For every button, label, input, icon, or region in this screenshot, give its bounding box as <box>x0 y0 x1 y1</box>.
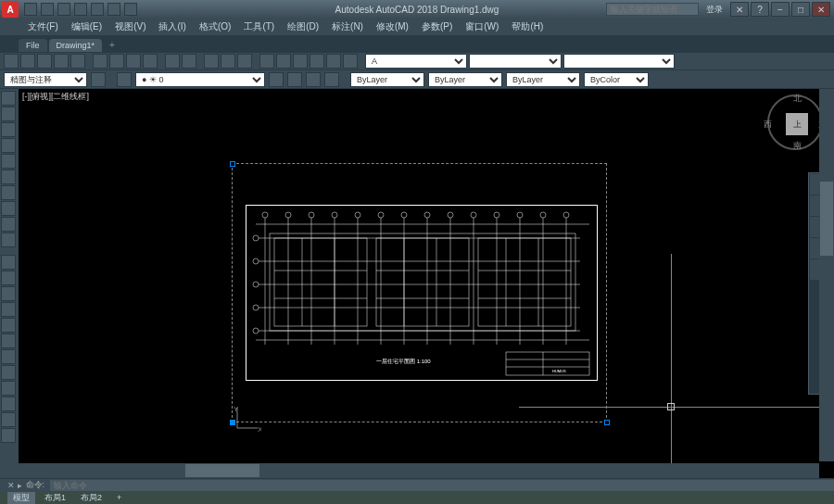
layout-tab-plus[interactable]: + <box>111 493 127 502</box>
tool-pan-icon[interactable] <box>204 54 219 69</box>
modify-offset-icon[interactable] <box>1 412 16 427</box>
horizontal-scrollbar[interactable] <box>19 463 819 478</box>
menu-modify[interactable]: 修改(M) <box>371 19 414 35</box>
modify-explode-icon[interactable] <box>1 428 16 443</box>
tool-quickcalc-icon[interactable] <box>343 54 358 69</box>
viewcube-top-face[interactable]: 上 <box>786 113 808 135</box>
modify-extend-icon[interactable] <box>1 349 16 364</box>
layer-freeze-icon[interactable] <box>324 72 339 87</box>
menu-view[interactable]: 视图(V) <box>109 19 151 35</box>
color-select[interactable]: ByLayer <box>350 72 424 87</box>
layer-select[interactable]: ● ☀ 0 <box>135 72 265 87</box>
menu-parametric[interactable]: 参数(P) <box>416 19 458 35</box>
modify-rotate-icon[interactable] <box>1 286 16 301</box>
textstyle-select[interactable]: A <box>365 54 467 69</box>
login-button[interactable]: 登录 <box>706 4 723 16</box>
command-input[interactable] <box>50 480 834 491</box>
viewport-label[interactable]: [-][俯视][二维线框] <box>22 91 89 103</box>
minimize-button[interactable]: − <box>771 2 790 17</box>
draw-point-icon[interactable] <box>1 217 16 232</box>
tool-plot-icon[interactable] <box>54 54 69 69</box>
plotstyle-select[interactable]: ByColor <box>584 72 649 87</box>
maximize-button[interactable]: □ <box>791 2 810 17</box>
draw-line-icon[interactable] <box>1 91 16 106</box>
draw-hatch-icon[interactable] <box>1 185 16 200</box>
draw-arc-icon[interactable] <box>1 138 16 153</box>
tool-redo-icon[interactable] <box>182 54 196 69</box>
selection-grip[interactable] <box>604 420 610 425</box>
draw-text-icon[interactable] <box>1 201 16 216</box>
draw-circle-icon[interactable] <box>1 122 16 137</box>
layer-isolate-icon[interactable] <box>306 72 321 87</box>
modify-move-icon[interactable] <box>1 255 16 270</box>
menu-dimension[interactable]: 标注(N) <box>326 19 369 35</box>
menu-tools[interactable]: 工具(T) <box>238 19 280 35</box>
tool-copy-icon[interactable] <box>109 54 124 69</box>
modify-mirror-icon[interactable] <box>1 302 16 317</box>
menu-format[interactable]: 格式(O) <box>194 19 236 35</box>
menu-insert[interactable]: 插入(I) <box>153 19 191 35</box>
tool-preview-icon[interactable] <box>70 54 85 69</box>
menu-help[interactable]: 帮助(H) <box>506 19 549 35</box>
qat-new-icon[interactable] <box>24 3 37 16</box>
help-icon[interactable]: ? <box>751 2 769 17</box>
qat-open-icon[interactable] <box>41 3 54 16</box>
modify-erase-icon[interactable] <box>1 397 16 411</box>
layer-previous-icon[interactable] <box>269 72 284 87</box>
qat-saveas-icon[interactable] <box>74 3 87 16</box>
horizontal-scroll-thumb[interactable] <box>185 464 259 477</box>
viewcube-north[interactable]: 北 <box>793 93 802 105</box>
menu-draw[interactable]: 绘图(D) <box>282 19 324 35</box>
qat-plot-icon[interactable] <box>91 3 104 16</box>
tool-cut-icon[interactable] <box>93 54 107 69</box>
close-button[interactable]: ✕ <box>812 2 830 17</box>
tool-properties-icon[interactable] <box>259 54 274 69</box>
file-tab-new-icon[interactable]: + <box>104 38 120 52</box>
lineweight-select[interactable]: ByLayer <box>506 72 580 87</box>
tool-toolpalettes-icon[interactable] <box>293 54 308 69</box>
qat-undo-icon[interactable] <box>107 3 120 16</box>
workspace-gear-icon[interactable] <box>91 72 106 87</box>
menu-file[interactable]: 文件(F) <box>22 19 64 35</box>
vertical-scrollbar[interactable] <box>819 89 834 461</box>
tool-match-icon[interactable] <box>143 54 158 69</box>
modify-scale-icon[interactable] <box>1 318 16 333</box>
tool-markup-icon[interactable] <box>326 54 341 69</box>
layout-tab-model[interactable]: 模型 <box>7 492 35 504</box>
menu-window[interactable]: 窗口(W) <box>460 19 504 35</box>
vertical-scroll-thumb[interactable] <box>820 182 833 256</box>
qat-save-icon[interactable] <box>57 3 70 16</box>
selection-grip[interactable] <box>230 161 235 167</box>
tool-zoomprev-icon[interactable] <box>237 54 252 69</box>
viewcube-compass[interactable]: 北 南 东 西 上 <box>767 94 823 150</box>
workspace-select[interactable]: 精图与注释 <box>4 72 87 87</box>
viewcube[interactable]: 北 南 东 西 上 <box>767 94 823 150</box>
drawing-canvas[interactable]: [-][俯视][二维线框] <box>19 89 834 478</box>
dimstyle-select[interactable] <box>469 54 562 69</box>
tablestyle-select[interactable] <box>563 54 675 69</box>
viewcube-west[interactable]: 西 <box>764 119 772 131</box>
linetype-select[interactable]: ByLayer <box>428 72 502 87</box>
tool-open-icon[interactable] <box>20 54 35 69</box>
layout-tab-1[interactable]: 布局1 <box>39 492 71 504</box>
layer-manager-icon[interactable] <box>117 72 132 87</box>
tool-sheetset-icon[interactable] <box>310 54 324 69</box>
tool-save-icon[interactable] <box>37 54 52 69</box>
modify-copy-icon[interactable] <box>1 271 16 285</box>
modify-trim-icon[interactable] <box>1 334 16 348</box>
modify-fillet-icon[interactable] <box>1 365 16 380</box>
file-tab-drawing1[interactable]: Drawing1* <box>49 39 103 52</box>
draw-rectangle-icon[interactable] <box>1 154 16 169</box>
tool-zoom-icon[interactable] <box>221 54 235 69</box>
infocenter-search-input[interactable] <box>606 3 699 16</box>
tool-designcenter-icon[interactable] <box>276 54 291 69</box>
menu-edit[interactable]: 编辑(E) <box>66 19 107 35</box>
viewcube-south[interactable]: 南 <box>793 140 802 152</box>
exchange-apps-icon[interactable]: ✕ <box>730 2 749 17</box>
app-logo[interactable]: A <box>2 1 19 18</box>
layout-tab-2[interactable]: 布局2 <box>75 492 107 504</box>
tool-undo-icon[interactable] <box>165 54 180 69</box>
qat-redo-icon[interactable] <box>124 3 137 16</box>
layer-states-icon[interactable] <box>287 72 302 87</box>
draw-polyline-icon[interactable] <box>1 107 16 121</box>
